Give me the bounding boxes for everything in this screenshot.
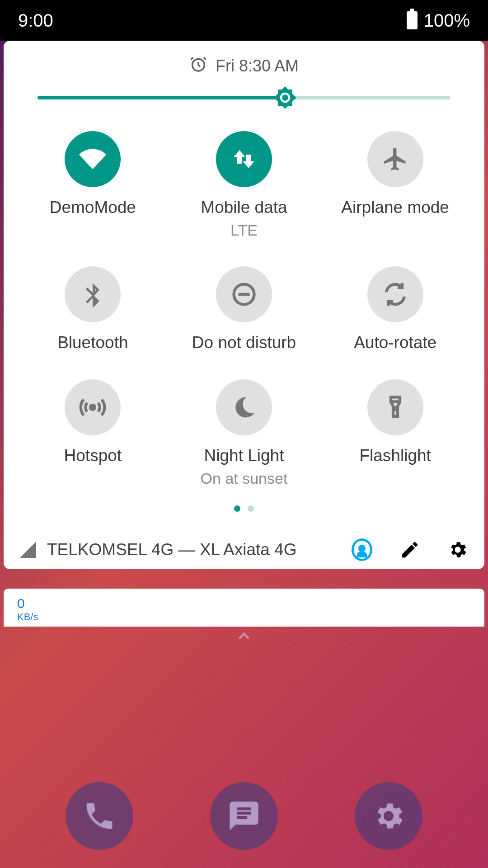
signal-icon xyxy=(20,542,36,558)
tile-label: Airplane mode xyxy=(341,198,449,217)
tile-bluetooth[interactable]: Bluetooth xyxy=(17,266,169,352)
tile-wifi[interactable]: DemoMode xyxy=(17,131,169,239)
flashlight-icon xyxy=(367,379,423,435)
tile-mobile-data[interactable]: Mobile data LTE xyxy=(169,131,320,239)
speed-unit: KB/s xyxy=(17,611,471,623)
brightness-track xyxy=(38,96,450,99)
tile-hotspot[interactable]: Hotspot xyxy=(17,379,169,487)
brightness-slider[interactable] xyxy=(4,82,484,118)
carrier-info[interactable]: TELKOMSEL 4G — XL Axiata 4G xyxy=(20,540,338,559)
battery-icon xyxy=(407,11,418,29)
quick-settings-panel: Fri 8:30 AM DemoMode Mobile data LTE xyxy=(4,41,484,569)
tile-label: Night Light xyxy=(204,446,284,465)
speed-notification[interactable]: 0 KB/s xyxy=(4,589,484,627)
dock-settings[interactable] xyxy=(355,782,422,850)
wifi-icon xyxy=(65,131,121,187)
tile-label: Flashlight xyxy=(359,446,431,465)
battery-percent: 100% xyxy=(424,10,470,31)
tile-flashlight[interactable]: Flashlight xyxy=(319,379,471,487)
page-dot xyxy=(248,505,254,512)
carrier-text: TELKOMSEL 4G — XL Axiata 4G xyxy=(47,540,297,559)
panel-header[interactable]: Fri 8:30 AM xyxy=(4,50,484,82)
status-right: 100% xyxy=(407,10,470,31)
brightness-fill xyxy=(38,96,285,99)
svg-rect-7 xyxy=(391,397,400,402)
messages-icon xyxy=(227,799,261,833)
tile-label: Do not disturb xyxy=(192,333,296,352)
tile-airplane[interactable]: Airplane mode xyxy=(319,131,471,239)
bluetooth-icon xyxy=(65,266,121,322)
tile-label: Auto-rotate xyxy=(354,333,436,352)
svg-point-8 xyxy=(394,407,396,410)
pencil-icon xyxy=(399,539,420,560)
tile-autorotate[interactable]: Auto-rotate xyxy=(319,266,471,352)
chevron-up-icon[interactable] xyxy=(235,627,253,650)
tile-label: Hotspot xyxy=(64,446,122,465)
dock-phone[interactable] xyxy=(66,782,133,850)
settings-button[interactable] xyxy=(447,539,468,560)
tile-dnd[interactable]: Do not disturb xyxy=(169,266,320,352)
rotate-icon xyxy=(367,266,423,322)
tile-sublabel: LTE xyxy=(230,222,258,239)
dnd-icon xyxy=(216,266,272,322)
data-arrows-icon xyxy=(216,131,272,187)
footer-icons xyxy=(352,539,468,560)
alarm-time: Fri 8:30 AM xyxy=(216,57,299,75)
tile-label: Bluetooth xyxy=(57,333,128,352)
tile-label: Mobile data xyxy=(201,198,287,217)
edit-button[interactable] xyxy=(399,539,420,560)
page-dot xyxy=(234,505,240,512)
phone-icon xyxy=(82,799,117,833)
tiles-grid: DemoMode Mobile data LTE Airplane mode B… xyxy=(4,118,484,492)
hotspot-icon xyxy=(65,379,121,435)
user-icon xyxy=(352,538,372,561)
panel-footer: TELKOMSEL 4G — XL Axiata 4G xyxy=(4,530,484,569)
tile-sublabel: On at sunset xyxy=(201,470,288,487)
tile-label: DemoMode xyxy=(50,198,136,217)
svg-point-3 xyxy=(282,94,289,101)
gear-icon xyxy=(447,539,468,560)
tile-nightlight[interactable]: Night Light On at sunset xyxy=(169,379,320,487)
airplane-icon xyxy=(367,131,423,187)
dock xyxy=(0,782,488,850)
brightness-thumb-icon[interactable] xyxy=(273,85,297,110)
status-bar: 9:00 100% xyxy=(0,0,488,41)
svg-point-6 xyxy=(90,405,95,410)
user-button[interactable] xyxy=(352,539,372,560)
gear-icon xyxy=(371,799,406,833)
status-time: 9:00 xyxy=(18,10,53,31)
speed-value: 0 xyxy=(17,596,471,611)
alarm-icon xyxy=(189,55,207,77)
dock-messages[interactable] xyxy=(210,782,278,850)
moon-icon xyxy=(216,379,272,435)
page-indicator[interactable] xyxy=(4,492,484,530)
